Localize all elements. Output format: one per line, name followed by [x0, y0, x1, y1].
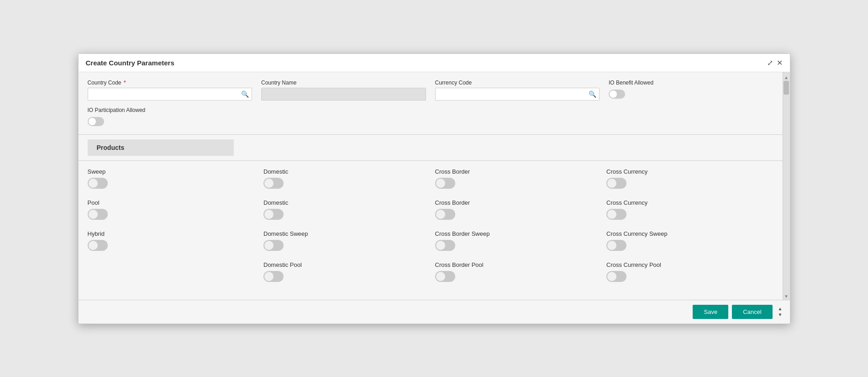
save-button[interactable]: Save: [693, 305, 728, 319]
cross-currency-sweep-label: Cross Currency Sweep: [606, 230, 769, 237]
search-icon-currency[interactable]: 🔍: [589, 90, 596, 98]
hybrid-item: Hybrid: [88, 230, 255, 252]
modal-content: Country Code * 🔍 Country Name: [79, 72, 783, 300]
modal-header: Create Country Parameters ⤢ ✕: [79, 54, 790, 72]
cross-currency-label: Cross Currency: [606, 168, 769, 175]
domestic-pool-label: Domestic: [263, 199, 426, 206]
io-benefit-allowed-toggle[interactable]: [609, 90, 625, 99]
close-icon[interactable]: ✕: [777, 58, 783, 67]
scroll-arrows: ▲ ▼: [778, 306, 783, 317]
domestic-sweep-product-toggle[interactable]: [263, 240, 284, 251]
product-col-left: Sweep Pool Hybrid: [88, 168, 259, 292]
cross-border-pool-label: Cross Border Pool: [435, 261, 598, 268]
io-participation-label: IO Participation Allowed: [88, 107, 773, 113]
io-participation-toggle-wrapper: [88, 117, 773, 126]
products-header: Products: [88, 139, 234, 156]
currency-code-input[interactable]: [438, 90, 589, 97]
domestic-pool-product-toggle[interactable]: [263, 271, 284, 282]
cross-border2-item: Cross Border: [435, 199, 598, 221]
io-benefit-allowed-group: IO Benefit Allowed: [609, 80, 773, 101]
pool-label: Pool: [88, 199, 255, 206]
io-participation-group: IO Participation Allowed: [88, 107, 773, 126]
cross-currency-item: Cross Currency: [606, 168, 769, 190]
required-star: *: [122, 80, 126, 86]
domestic-pool-product-label: Domestic Pool: [263, 261, 426, 268]
country-code-input-wrapper[interactable]: 🔍: [88, 88, 253, 101]
sweep-item: Sweep: [88, 168, 255, 190]
modal-body: Country Code * 🔍 Country Name: [79, 72, 790, 300]
cross-currency-pool-item: Cross Currency Pool: [606, 261, 769, 283]
products-header-section: Products: [79, 135, 783, 160]
country-code-input[interactable]: [91, 90, 242, 97]
product-col-cross-currency: Cross Currency Cross Currency Cross Curr…: [602, 168, 773, 292]
currency-code-label: Currency Code: [435, 80, 600, 86]
cross-currency-sweep-item: Cross Currency Sweep: [606, 230, 769, 252]
cross-border-toggle[interactable]: [435, 178, 455, 189]
currency-code-group: Currency Code 🔍: [435, 80, 600, 101]
domestic-pool-toggle[interactable]: [263, 209, 284, 220]
pool-item: Pool: [88, 199, 255, 221]
cross-currency-pool-label: Cross Currency Pool: [606, 261, 769, 268]
modal-footer: Save Cancel ▲ ▼: [79, 300, 790, 324]
cross-border-item: Cross Border: [435, 168, 598, 190]
io-participation-allowed-toggle[interactable]: [88, 117, 104, 126]
domestic-sweep-product-item: Domestic Sweep: [263, 230, 426, 252]
cross-currency-toggle[interactable]: [606, 178, 626, 189]
product-col-cross-border: Cross Border Cross Border Cross Border S…: [431, 168, 602, 292]
cross-border-pool-toggle[interactable]: [435, 271, 455, 282]
scrollbar-track[interactable]: ▲ ▼: [783, 72, 790, 300]
domestic-pool-product-item: Domestic Pool: [263, 261, 426, 283]
cross-currency2-item: Cross Currency: [606, 199, 769, 221]
hybrid-toggle[interactable]: [88, 240, 108, 251]
cross-currency2-label: Cross Currency: [606, 199, 769, 206]
country-name-group: Country Name: [261, 80, 426, 101]
scroll-up-arrow[interactable]: ▲: [778, 306, 783, 311]
io-benefit-toggle-wrapper: [609, 90, 773, 99]
currency-code-input-wrapper[interactable]: 🔍: [435, 88, 600, 101]
country-name-input[interactable]: [261, 88, 426, 101]
cross-currency-sweep-toggle[interactable]: [606, 240, 626, 251]
product-col-domestic: Domestic Domestic Domestic Sweep Do: [259, 168, 431, 292]
form-section: Country Code * 🔍 Country Name: [79, 72, 783, 134]
cross-border-sweep-toggle[interactable]: [435, 240, 455, 251]
scrollbar-thumb[interactable]: [784, 81, 789, 95]
cross-border2-toggle[interactable]: [435, 209, 455, 220]
country-code-label: Country Code *: [88, 80, 253, 86]
search-icon[interactable]: 🔍: [241, 90, 249, 98]
domestic-pool-item: Domestic: [263, 199, 426, 221]
cross-border-sweep-label: Cross Border Sweep: [435, 230, 598, 237]
country-name-label: Country Name: [261, 80, 426, 86]
domestic-sweep-label: Domestic: [263, 168, 426, 175]
sweep-toggle[interactable]: [88, 178, 108, 189]
cross-border-pool-item: Cross Border Pool: [435, 261, 598, 283]
pool-toggle[interactable]: [88, 209, 108, 220]
domestic-sweep-toggle[interactable]: [263, 178, 284, 189]
cross-currency-pool-toggle[interactable]: [606, 271, 626, 282]
create-country-parameters-modal: Create Country Parameters ⤢ ✕ Country Co…: [78, 53, 790, 324]
hybrid-label: Hybrid: [88, 230, 255, 237]
cross-border-sweep-item: Cross Border Sweep: [435, 230, 598, 252]
domestic-sweep-product-label: Domestic Sweep: [263, 230, 426, 237]
cross-currency2-toggle[interactable]: [606, 209, 626, 220]
scroll-down-arrow[interactable]: ▼: [778, 312, 783, 317]
cross-border-label: Cross Border: [435, 168, 598, 175]
cancel-button[interactable]: Cancel: [732, 305, 772, 319]
io-benefit-allowed-label: IO Benefit Allowed: [609, 80, 773, 86]
country-code-group: Country Code * 🔍: [88, 80, 253, 101]
products-grid: Sweep Pool Hybrid: [88, 168, 773, 292]
domestic-sweep-item: Domestic: [263, 168, 426, 190]
products-section: Sweep Pool Hybrid: [79, 161, 783, 300]
sweep-label: Sweep: [88, 168, 255, 175]
cross-border2-label: Cross Border: [435, 199, 598, 206]
restore-icon[interactable]: ⤢: [767, 58, 773, 67]
modal-title: Create Country Parameters: [86, 59, 174, 67]
modal-header-icons: ⤢ ✕: [767, 58, 783, 67]
form-row-1: Country Code * 🔍 Country Name: [88, 80, 773, 101]
